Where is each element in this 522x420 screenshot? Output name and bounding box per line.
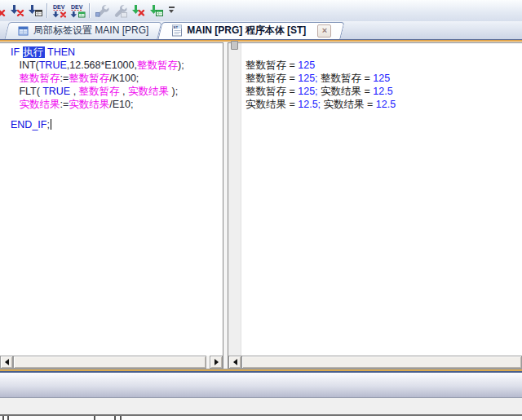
editor-split: IF 执行 THEN INT(TRUE,12.568*E1000,整数暂存); …: [0, 42, 522, 369]
device-watch-delete-icon[interactable]: [9, 2, 25, 19]
scroll-left-arrow-icon[interactable]: [0, 356, 13, 369]
tabbar-accent-line: [0, 40, 522, 42]
monitor-value: 125: [298, 73, 315, 84]
dev-register-grid-icon[interactable]: DEV: [69, 2, 86, 19]
splitter-handle[interactable]: [231, 41, 238, 50]
st-code-editor[interactable]: IF 执行 THEN INT(TRUE,12.568*E1000,整数暂存); …: [0, 43, 223, 356]
monitor-label: 整数暂存 =: [246, 60, 298, 71]
code-token: );: [169, 86, 178, 97]
code-token: 12.568*E1000: [69, 60, 134, 71]
document-tab-bar: 局部标签设置 MAIN [PRG] ST MAIN [PRG] 程序本体 [ST…: [0, 21, 522, 39]
device-watch-grid-icon[interactable]: [27, 2, 43, 19]
code-token: 整数暂存: [69, 73, 109, 84]
monitor-line: 整数暂存 = 125: [246, 59, 522, 72]
monitor-label: 实数结果 =: [246, 99, 298, 110]
monitor-label: 实数结果 =: [324, 99, 376, 110]
code-token: TRUE: [42, 86, 70, 97]
watch-start-delete-icon[interactable]: [130, 2, 146, 19]
monitor-value: 125: [373, 73, 390, 84]
code-token: IF: [11, 46, 23, 58]
code-token: INT(: [19, 60, 38, 71]
modify-wrench-grid-icon[interactable]: [112, 2, 128, 19]
application-window: DEV DEV: [0, 0, 522, 420]
code-line[interactable]: IF 执行 THEN: [11, 46, 223, 59]
monitor-pane: 整数暂存 = 125整数暂存 = 125; 整数暂存 = 125整数暂存 = 1…: [228, 42, 522, 369]
monitor-vertical-scrollbar[interactable]: [228, 43, 241, 356]
debug-toolbar: DEV DEV: [0, 0, 522, 22]
code-token: ,: [70, 86, 78, 97]
docked-window-area: [0, 373, 522, 398]
toolbar-separator: [89, 3, 91, 18]
text-caret: [51, 119, 51, 130]
dev-register-delete-icon[interactable]: DEV: [51, 2, 68, 19]
monitor-label: 整数暂存 =: [321, 73, 373, 84]
monitor-line: 整数暂存 = 125; 整数暂存 = 125: [246, 72, 522, 85]
code-token: :=: [60, 73, 69, 84]
code-token: END_IF: [11, 119, 46, 130]
code-line[interactable]: 实数结果:=实数结果/E10;: [11, 98, 223, 111]
tab-label: 局部标签设置 MAIN [PRG]: [33, 24, 148, 38]
register-device-partial-icon[interactable]: [0, 2, 7, 19]
toolbar-separator: [46, 3, 48, 18]
svg-text:DEV: DEV: [71, 4, 83, 10]
left-horizontal-scrollbar[interactable]: [0, 356, 223, 369]
code-token: );: [178, 60, 184, 71]
monitor-label: 整数暂存 =: [246, 86, 298, 97]
svg-text:DEV: DEV: [53, 4, 65, 10]
monitor-value: 12.5: [298, 99, 317, 110]
watch-start-grid-icon[interactable]: [148, 2, 164, 19]
monitor-line: 实数结果 = 12.5; 实数结果 = 12.5: [246, 98, 522, 111]
code-token: /E10;: [109, 99, 133, 110]
code-token: FLT(: [19, 86, 42, 97]
code-token: 整数暂存: [137, 60, 178, 71]
monitor-line: 整数暂存 = 125; 实数结果 = 12.5: [246, 85, 522, 98]
monitor-value: 125: [298, 60, 315, 71]
code-token: /K100;: [109, 73, 139, 84]
monitor-value-list: 整数暂存 = 125整数暂存 = 125; 整数暂存 = 125整数暂存 = 1…: [241, 43, 522, 356]
modify-wrench-blue-icon[interactable]: [94, 2, 110, 19]
code-token: [11, 86, 19, 97]
code-token: :=: [60, 99, 69, 110]
code-token: 执行: [23, 46, 45, 58]
code-token: 整数暂存: [79, 86, 120, 97]
toolbar-options-icon[interactable]: [166, 2, 176, 19]
code-line[interactable]: 整数暂存:=整数暂存/K100;: [11, 72, 223, 85]
tab-local-label-settings[interactable]: 局部标签设置 MAIN [PRG]: [7, 22, 160, 39]
code-line[interactable]: INT(TRUE,12.568*E1000,整数暂存);: [11, 59, 223, 72]
monitor-value: ;: [318, 99, 324, 110]
scrollbar-thumb[interactable]: [13, 356, 206, 369]
scrollbar-thumb[interactable]: [241, 356, 522, 369]
code-token: 实数结果: [128, 86, 169, 97]
close-icon[interactable]: ×: [317, 24, 331, 38]
label-grid-icon: [18, 25, 29, 37]
code-token: 实数结果: [19, 99, 60, 110]
svg-text:ST: ST: [174, 25, 179, 29]
code-token: TRUE: [39, 60, 67, 71]
code-line[interactable]: END_IF;: [11, 118, 223, 131]
st-document-icon: ST: [171, 24, 183, 37]
monitor-value: 125: [298, 86, 315, 97]
code-token: THEN: [45, 46, 76, 58]
tab-label: MAIN [PRG] 程序本体 [ST]: [187, 24, 306, 38]
scroll-right-arrow-icon[interactable]: [210, 356, 223, 369]
monitor-label: 实数结果 =: [321, 86, 373, 97]
monitor-value: 12.5: [376, 99, 396, 110]
code-token: 实数结果: [69, 99, 109, 110]
code-token: 整数暂存: [19, 73, 60, 84]
code-token: ;: [46, 119, 49, 130]
status-strip: [0, 416, 522, 420]
code-line[interactable]: FLT( TRUE , 整数暂存 , 实数结果 );: [11, 85, 223, 98]
scroll-left-arrow-icon[interactable]: [228, 356, 241, 369]
code-token: [11, 73, 19, 84]
right-horizontal-scrollbar[interactable]: [228, 356, 522, 369]
code-token: [11, 99, 19, 110]
monitor-value: 12.5: [373, 86, 392, 97]
code-token: [11, 60, 19, 71]
code-token: ,: [120, 86, 128, 97]
monitor-label: 整数暂存 =: [246, 73, 298, 84]
tab-main-prg-st[interactable]: ST MAIN [PRG] 程序本体 [ST] ×: [160, 22, 343, 39]
st-code-pane: IF 执行 THEN INT(TRUE,12.568*E1000,整数暂存); …: [0, 42, 223, 369]
lower-gray-strip: [0, 398, 522, 414]
